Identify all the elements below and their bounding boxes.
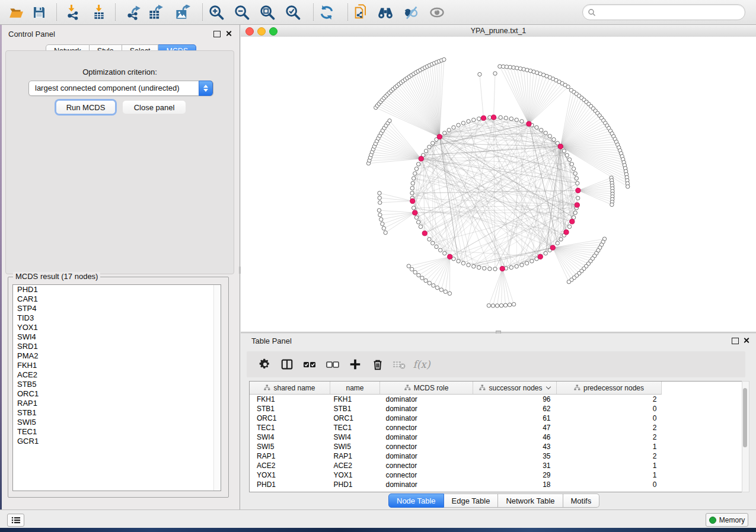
network-node[interactable] [443,251,446,255]
table-row[interactable]: YOX1YOX1connector291 [250,470,662,480]
show-column-panel-icon[interactable] [278,355,296,373]
network-node[interactable] [576,196,580,200]
mcds-result-item[interactable]: STB1 [13,408,221,418]
criterion-dropdown[interactable]: largest connected component (undirected) [28,81,213,96]
network-node[interactable] [483,267,486,270]
network-node[interactable] [382,226,385,230]
mcds-dominator-node[interactable] [576,188,580,193]
network-node[interactable] [431,241,435,245]
network-node[interactable] [499,116,502,119]
network-node[interactable] [495,304,499,307]
network-node[interactable] [424,149,428,153]
table-scrollbar[interactable] [742,381,749,492]
network-node[interactable] [626,185,629,188]
network-node[interactable] [416,220,420,224]
network-node[interactable] [477,117,480,120]
select-all-rows-icon[interactable] [301,355,318,373]
mcds-dominator-node[interactable] [413,210,417,215]
column-header-shared-name[interactable]: shared name [250,382,330,395]
network-node[interactable] [472,118,476,121]
network-node[interactable] [443,131,446,134]
add-column-icon[interactable] [346,355,364,373]
mcds-dominator-node[interactable] [527,121,531,126]
network-node[interactable] [566,85,570,88]
mcds-result-item[interactable]: PMA2 [13,351,221,361]
export-network-icon[interactable] [123,2,143,23]
network-node[interactable] [559,238,563,241]
network-node[interactable] [535,126,538,129]
save-session-icon[interactable] [29,2,49,23]
network-node[interactable] [410,267,413,271]
network-node[interactable] [419,225,422,228]
table-tab-edge-table[interactable]: Edge Table [444,493,499,508]
mcds-dominator-node[interactable] [550,245,555,250]
network-node[interactable] [461,261,465,265]
mcds-result-item[interactable]: FKH1 [13,361,221,370]
network-node[interactable] [413,172,417,175]
mcds-dominator-node[interactable] [564,230,569,235]
mcds-result-item[interactable]: RAP1 [13,399,221,408]
network-node[interactable] [447,128,451,132]
network-node[interactable] [499,304,503,307]
column-header-successor-nodes[interactable]: successor nodes [473,382,557,395]
network-node[interactable] [432,284,435,287]
network-node[interactable] [435,286,439,289]
table-row[interactable]: ACE2ACE2connector311 [250,461,662,470]
mcds-result-item[interactable]: TID3 [13,313,221,323]
mcds-result-list[interactable]: PHD1CAR1STP4TID3YOX1SWI4SRD1PMA2FKH1ACE2… [12,284,221,491]
network-node[interactable] [457,123,460,127]
float-table-panel-icon[interactable] [732,338,739,344]
network-node[interactable] [487,304,490,307]
network-node[interactable] [381,222,384,226]
new-network-from-selection-icon[interactable] [351,2,371,23]
network-node[interactable] [417,273,420,277]
network-node[interactable] [544,131,547,134]
network-node[interactable] [412,206,415,210]
network-node[interactable] [428,281,431,285]
network-node[interactable] [467,263,470,267]
network-node[interactable] [472,264,476,268]
network-node[interactable] [420,276,424,280]
table-row[interactable]: STB1STB1dominator620 [250,404,662,414]
network-node[interactable] [442,57,446,61]
import-network-from-file-icon[interactable] [63,2,83,23]
apply-preferred-layout-icon[interactable] [317,2,337,23]
memory-button[interactable]: Memory [706,513,748,527]
mcds-result-item[interactable]: SWI5 [13,418,221,427]
network-node[interactable] [457,259,460,263]
network-node[interactable] [552,137,556,141]
table-row[interactable]: FKH1FKH1dominator962 [250,395,662,405]
network-node[interactable] [488,267,492,271]
zoom-fit-icon[interactable] [257,2,277,23]
mcds-result-item[interactable]: CAR1 [13,294,221,304]
mcds-result-item[interactable]: YOX1 [13,323,221,332]
delete-column-icon[interactable] [369,355,387,373]
network-node[interactable] [540,128,543,132]
network-node[interactable] [388,119,391,123]
network-node[interactable] [573,211,577,214]
network-node[interactable] [444,290,447,293]
search-binoculars-icon[interactable] [375,2,395,23]
open-file-icon[interactable] [6,2,26,23]
mcds-dominator-node[interactable] [448,254,452,259]
network-node[interactable] [439,288,443,291]
column-header-predecessor-nodes[interactable]: predecessor nodes [557,382,662,395]
table-row[interactable]: TEC1TEC1connector472 [250,423,662,432]
network-node[interactable] [378,213,382,217]
network-node[interactable] [565,153,569,157]
zoom-selected-icon[interactable] [283,2,303,23]
table-tab-motifs[interactable]: Motifs [563,493,600,508]
table-row[interactable]: SWI4SWI4dominator462 [250,432,662,442]
close-panel-button[interactable]: Close panel [123,101,186,114]
mcds-result-item[interactable]: TEC1 [13,427,221,437]
table-settings-gear-icon[interactable] [256,355,274,373]
table-tab-network-table[interactable]: Network Table [498,493,563,508]
network-node[interactable] [410,191,414,195]
network-node[interactable] [378,201,382,204]
network-node[interactable] [520,263,524,267]
network-node[interactable] [509,265,513,269]
network-node[interactable] [530,259,534,263]
network-node[interactable] [414,216,418,219]
mcds-dominator-node[interactable] [500,266,505,271]
network-node[interactable] [525,261,528,265]
